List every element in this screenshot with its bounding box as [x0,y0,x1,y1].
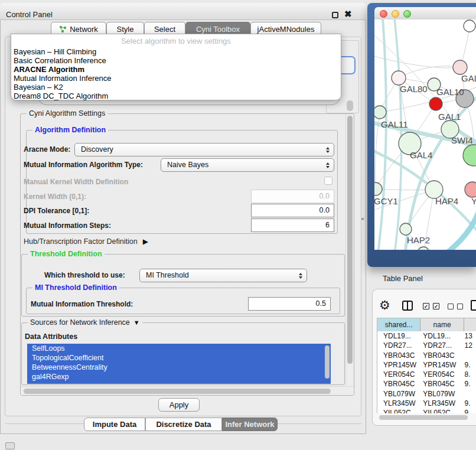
list-item[interactable]: gal4RGexp [27,372,331,381]
cell: YBR043C [419,351,461,360]
algorithm-option-selected[interactable]: ARACNE Algorithm [11,65,341,74]
gear-icon[interactable]: ⚙ [379,298,390,313]
tab-label: Cyni Toolbox [196,25,240,34]
checked-checkbox-icon[interactable]: ✓ [423,303,429,309]
tab-label: jActiveMNodules [257,25,315,34]
table-row[interactable]: YLR345WYLR345W9. [377,399,476,408]
list-item[interactable]: TopologicalCoefficient [27,353,331,363]
cell: 9. [461,399,476,408]
column-header-partial[interactable] [464,318,476,332]
scrollbar-thumb[interactable] [24,389,331,394]
settings-vertical-scrollbar[interactable] [345,114,353,385]
network-canvas[interactable]: GAL GAL80 GAL10 GAL1 GAL11 SWI4 GAL4 GCY… [374,19,476,250]
node-table-rows: YDL19...YDL19...13 YDR27...YDR27...12 YB… [377,331,476,413]
close-icon[interactable]: ✖ [344,8,352,20]
list-scrollbar-thumb[interactable] [325,345,330,379]
unchecked-checkbox-icon[interactable] [448,304,454,309]
algorithm-option[interactable]: Mutual Information Inference [11,74,341,83]
table-row[interactable]: YDL19...YDL19...13 [377,331,476,341]
table-row[interactable]: YBL079WYBL079W [377,389,476,399]
dpi-tolerance-label: DPI Tolerance [0,1]: [24,207,89,215]
cell: YDL19... [377,331,419,341]
unchecked-checkbox-icon[interactable] [457,304,463,309]
cell: YPR145W [377,360,419,370]
node-table-header: shared... name [377,318,476,332]
zoom-traffic-light[interactable] [403,10,411,18]
table-row[interactable]: YBR043CYBR043C [377,351,476,360]
network-node[interactable] [463,145,476,166]
column-header-name[interactable]: name [420,318,464,332]
sources-group-title[interactable]: Sources for Network Inference ▼ [28,318,142,327]
network-node[interactable] [464,20,475,32]
network-node-gal80[interactable] [392,71,406,85]
network-node-gal1[interactable] [429,97,442,110]
cell: 13 [461,331,476,341]
aracne-mode-combo[interactable]: Discovery [74,143,334,156]
column-header-shared-name[interactable]: shared... [377,318,420,332]
group-title: Threshold Definition [28,250,105,258]
combo-value: MI Threshold [146,271,189,279]
scrollbar-thumb[interactable] [347,116,353,364]
network-graph[interactable]: GAL GAL80 GAL10 GAL1 GAL11 SWI4 GAL4 GCY… [374,19,476,250]
settings-horizontal-scrollbar[interactable] [21,386,354,395]
float-window-icon[interactable] [332,12,338,18]
close-traffic-light[interactable] [380,10,387,18]
algorithm-option[interactable]: Bayesian – K2 [11,83,341,92]
network-node-gal11[interactable] [374,106,386,119]
node-label: HAP2 [407,235,430,245]
which-threshold-combo[interactable]: MI Threshold [139,269,307,282]
cell: YLR345W [419,399,461,408]
minimize-traffic-light[interactable] [392,10,399,18]
table-row[interactable]: YPR145WYPR145W9. [377,360,476,370]
cell: 9 [461,408,476,413]
table-row[interactable]: YBR045CYBR045C9. [377,379,476,389]
node-label: GAL80 [400,84,428,94]
hub-definition-expander[interactable]: Hub/Transcription Factor Definition ▶ [24,237,148,246]
minimized-panel-icon[interactable] [5,442,15,449]
tab-infer-network[interactable]: Infer Network [222,418,278,431]
desktop: Control Panel ✖ Network Style Select Cyn… [0,0,476,450]
list-item[interactable]: SelfLoops [27,344,331,353]
mi-algorithm-type-combo[interactable]: Naive Bayes [161,158,334,172]
cell: YBL079W [419,389,461,399]
tab-label: Select [154,25,175,34]
tab-label: Discretize Data [156,420,211,429]
algorithm-option[interactable]: Dream8 DC_TDC Algorithm [11,92,341,100]
table-horizontal-scrollbar[interactable] [379,415,468,420]
network-node-gcy1[interactable] [374,182,382,195]
algorithm-option[interactable]: Basic Correlation Inference [11,56,341,65]
table-row[interactable]: YER054CYER054C8. [377,370,476,379]
dpi-tolerance-field[interactable]: 0.0 [251,204,334,217]
table-row[interactable]: YIL052CYIL052C9 [377,408,476,413]
mi-threshold-field[interactable]: 0.5 [248,297,331,311]
spinner-icon [326,162,330,168]
list-item[interactable]: BetweennessCentrality [27,363,331,372]
checked-checkbox-icon[interactable]: ✓ [433,303,439,309]
mi-steps-field[interactable]: 6 [251,219,334,232]
apply-label: Apply [169,400,189,409]
sources-title-text: Sources for Network Inference [30,318,130,327]
network-node-y[interactable] [465,182,476,197]
network-node-hap2[interactable] [400,223,412,235]
tab-label: Style [117,25,134,34]
tab-discretize-data[interactable]: Discretize Data [145,418,222,431]
combo-value: Naive Bayes [167,161,208,169]
cell: YBR045C [377,379,419,389]
table-file-icon[interactable] [471,300,476,311]
apply-button[interactable]: Apply [158,398,200,412]
network-node-gal[interactable] [453,60,467,74]
algorithm-option[interactable]: Bayesian – Hill Climbing [11,47,341,56]
spinner-icon [299,273,302,279]
table-row[interactable]: YDR27...YDR27...12 [377,341,476,350]
node-label: HAP4 [435,196,458,206]
network-icon [59,25,67,33]
data-attributes-list[interactable]: SelfLoops TopologicalCoefficient Between… [27,344,331,384]
node-label: Y [471,196,476,206]
column-view-icon[interactable] [402,301,413,311]
tab-label: Network [70,25,98,34]
panel-collapse-arrow-icon[interactable]: ◂ [361,216,364,221]
node-label: GAL10 [436,87,464,97]
mi-threshold-label: Mutual Information Threshold: [31,300,133,308]
tab-label: Infer Network [225,420,274,429]
tab-impute-data[interactable]: Impute Data [84,418,145,431]
